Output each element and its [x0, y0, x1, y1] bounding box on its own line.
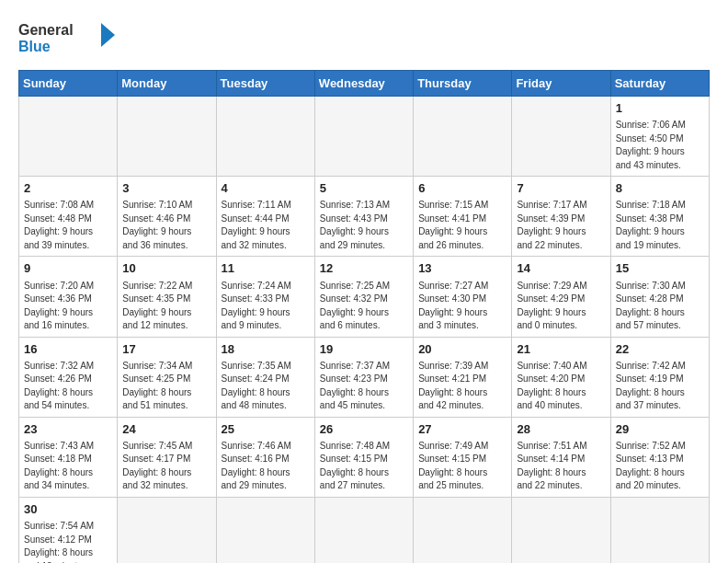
calendar-cell [118, 497, 216, 563]
day-number: 4 [222, 180, 310, 197]
day-info: Sunrise: 7:18 AM Sunset: 4:38 PM Dayligh… [616, 199, 704, 252]
day-info: Sunrise: 7:48 AM Sunset: 4:15 PM Dayligh… [320, 440, 408, 493]
day-number: 29 [616, 421, 704, 438]
day-info: Sunrise: 7:10 AM Sunset: 4:46 PM Dayligh… [122, 199, 210, 252]
day-number: 10 [122, 260, 210, 277]
day-number: 11 [222, 260, 310, 277]
day-info: Sunrise: 7:45 AM Sunset: 4:17 PM Dayligh… [122, 440, 210, 493]
day-info: Sunrise: 7:25 AM Sunset: 4:32 PM Dayligh… [320, 280, 408, 333]
day-info: Sunrise: 7:06 AM Sunset: 4:50 PM Dayligh… [616, 119, 704, 172]
calendar-cell: 4Sunrise: 7:11 AM Sunset: 4:44 PM Daylig… [216, 177, 314, 257]
weekday-header-saturday: Saturday [610, 71, 709, 97]
weekday-header-sunday: Sunday [19, 71, 118, 97]
calendar-cell [314, 97, 413, 177]
weekday-header-wednesday: Wednesday [314, 71, 413, 97]
day-info: Sunrise: 7:42 AM Sunset: 4:19 PM Dayligh… [616, 360, 704, 413]
calendar-cell: 19Sunrise: 7:37 AM Sunset: 4:23 PM Dayli… [314, 337, 413, 417]
day-number: 23 [24, 421, 112, 438]
day-number: 25 [222, 421, 310, 438]
calendar-cell: 8Sunrise: 7:18 AM Sunset: 4:38 PM Daylig… [610, 177, 709, 257]
day-info: Sunrise: 7:08 AM Sunset: 4:48 PM Dayligh… [24, 199, 112, 252]
day-number: 30 [24, 501, 112, 518]
calendar-cell: 17Sunrise: 7:34 AM Sunset: 4:25 PM Dayli… [118, 337, 216, 417]
calendar-week-row: 9Sunrise: 7:20 AM Sunset: 4:36 PM Daylig… [19, 257, 710, 337]
calendar-cell [118, 97, 216, 177]
calendar-cell: 14Sunrise: 7:29 AM Sunset: 4:29 PM Dayli… [512, 257, 610, 337]
calendar-cell: 25Sunrise: 7:46 AM Sunset: 4:16 PM Dayli… [216, 417, 314, 497]
calendar-cell: 9Sunrise: 7:20 AM Sunset: 4:36 PM Daylig… [19, 257, 118, 337]
day-number: 21 [517, 341, 605, 358]
calendar-cell: 23Sunrise: 7:43 AM Sunset: 4:18 PM Dayli… [19, 417, 118, 497]
day-info: Sunrise: 7:29 AM Sunset: 4:29 PM Dayligh… [517, 280, 605, 333]
day-number: 14 [517, 260, 605, 277]
day-number: 15 [616, 260, 704, 277]
calendar-cell: 27Sunrise: 7:49 AM Sunset: 4:15 PM Dayli… [414, 417, 512, 497]
day-info: Sunrise: 7:34 AM Sunset: 4:25 PM Dayligh… [122, 360, 210, 413]
calendar-cell: 2Sunrise: 7:08 AM Sunset: 4:48 PM Daylig… [19, 177, 118, 257]
day-info: Sunrise: 7:52 AM Sunset: 4:13 PM Dayligh… [616, 440, 704, 493]
svg-text:General: General [18, 22, 74, 38]
day-number: 8 [616, 180, 704, 197]
svg-text:Blue: Blue [18, 39, 51, 54]
day-info: Sunrise: 7:49 AM Sunset: 4:15 PM Dayligh… [418, 440, 506, 493]
day-number: 3 [122, 180, 210, 197]
weekday-header-friday: Friday [512, 71, 610, 97]
day-number: 9 [24, 260, 112, 277]
calendar-cell: 5Sunrise: 7:13 AM Sunset: 4:43 PM Daylig… [314, 177, 413, 257]
day-number: 20 [418, 341, 506, 358]
day-number: 6 [418, 180, 506, 197]
day-number: 18 [222, 341, 310, 358]
calendar-cell: 11Sunrise: 7:24 AM Sunset: 4:33 PM Dayli… [216, 257, 314, 337]
calendar-cell: 18Sunrise: 7:35 AM Sunset: 4:24 PM Dayli… [216, 337, 314, 417]
calendar-cell: 22Sunrise: 7:42 AM Sunset: 4:19 PM Dayli… [610, 337, 709, 417]
calendar-cell: 24Sunrise: 7:45 AM Sunset: 4:17 PM Dayli… [118, 417, 216, 497]
logo-svg: GeneralBlue [18, 18, 119, 55]
day-number: 1 [616, 100, 704, 117]
day-info: Sunrise: 7:22 AM Sunset: 4:35 PM Dayligh… [122, 280, 210, 333]
day-info: Sunrise: 7:32 AM Sunset: 4:26 PM Dayligh… [24, 360, 112, 413]
calendar-cell [512, 497, 610, 563]
calendar-cell: 7Sunrise: 7:17 AM Sunset: 4:39 PM Daylig… [512, 177, 610, 257]
day-number: 2 [24, 180, 112, 197]
day-number: 27 [418, 421, 506, 438]
calendar-cell [610, 497, 709, 563]
day-info: Sunrise: 7:30 AM Sunset: 4:28 PM Dayligh… [616, 280, 704, 333]
day-info: Sunrise: 7:17 AM Sunset: 4:39 PM Dayligh… [517, 199, 605, 252]
calendar-cell: 30Sunrise: 7:54 AM Sunset: 4:12 PM Dayli… [19, 497, 118, 563]
logo: GeneralBlue [18, 18, 119, 55]
header: GeneralBlue [18, 18, 710, 55]
day-number: 13 [418, 260, 506, 277]
calendar-cell: 10Sunrise: 7:22 AM Sunset: 4:35 PM Dayli… [118, 257, 216, 337]
calendar-cell: 29Sunrise: 7:52 AM Sunset: 4:13 PM Dayli… [610, 417, 709, 497]
day-info: Sunrise: 7:46 AM Sunset: 4:16 PM Dayligh… [222, 440, 310, 493]
weekday-header-tuesday: Tuesday [216, 71, 314, 97]
calendar-cell: 13Sunrise: 7:27 AM Sunset: 4:30 PM Dayli… [414, 257, 512, 337]
calendar-cell: 15Sunrise: 7:30 AM Sunset: 4:28 PM Dayli… [610, 257, 709, 337]
day-info: Sunrise: 7:11 AM Sunset: 4:44 PM Dayligh… [222, 199, 310, 252]
svg-marker-2 [101, 23, 115, 47]
calendar-cell: 28Sunrise: 7:51 AM Sunset: 4:14 PM Dayli… [512, 417, 610, 497]
calendar-cell [314, 497, 413, 563]
calendar-cell [414, 97, 512, 177]
calendar-cell: 20Sunrise: 7:39 AM Sunset: 4:21 PM Dayli… [414, 337, 512, 417]
day-info: Sunrise: 7:27 AM Sunset: 4:30 PM Dayligh… [418, 280, 506, 333]
calendar-cell: 16Sunrise: 7:32 AM Sunset: 4:26 PM Dayli… [19, 337, 118, 417]
calendar-cell: 12Sunrise: 7:25 AM Sunset: 4:32 PM Dayli… [314, 257, 413, 337]
calendar-week-row: 23Sunrise: 7:43 AM Sunset: 4:18 PM Dayli… [19, 417, 710, 497]
day-number: 16 [24, 341, 112, 358]
calendar-cell [19, 97, 118, 177]
day-info: Sunrise: 7:39 AM Sunset: 4:21 PM Dayligh… [418, 360, 506, 413]
calendar-cell [216, 497, 314, 563]
day-info: Sunrise: 7:24 AM Sunset: 4:33 PM Dayligh… [222, 280, 310, 333]
calendar-cell: 26Sunrise: 7:48 AM Sunset: 4:15 PM Dayli… [314, 417, 413, 497]
day-number: 26 [320, 421, 408, 438]
day-number: 28 [517, 421, 605, 438]
day-number: 19 [320, 341, 408, 358]
weekday-header-thursday: Thursday [414, 71, 512, 97]
calendar-week-row: 16Sunrise: 7:32 AM Sunset: 4:26 PM Dayli… [19, 337, 710, 417]
day-number: 24 [122, 421, 210, 438]
day-info: Sunrise: 7:40 AM Sunset: 4:20 PM Dayligh… [517, 360, 605, 413]
calendar-week-row: 2Sunrise: 7:08 AM Sunset: 4:48 PM Daylig… [19, 177, 710, 257]
calendar-cell [512, 97, 610, 177]
day-number: 5 [320, 180, 408, 197]
